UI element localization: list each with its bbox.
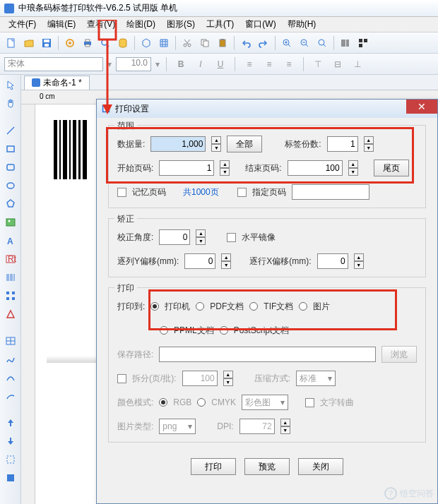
barcode-tool-icon[interactable] xyxy=(337,35,354,52)
qr-tool-icon[interactable] xyxy=(355,35,372,52)
remember-page-checkbox[interactable] xyxy=(117,188,126,197)
triangle-tool-icon[interactable] xyxy=(3,306,18,322)
image-type-select[interactable]: png xyxy=(159,419,196,434)
align-right-icon[interactable]: ≡ xyxy=(281,56,297,72)
split-spinner[interactable]: ▲▼ xyxy=(223,371,233,386)
open-icon[interactable] xyxy=(20,35,37,52)
copies-input[interactable]: 1 xyxy=(327,136,358,152)
row-x-input[interactable]: 0 xyxy=(317,253,348,269)
size-select[interactable]: 10.0 xyxy=(116,57,151,71)
print-to-image-radio[interactable] xyxy=(299,302,307,311)
menu-help[interactable]: 帮助(H) xyxy=(282,17,322,32)
start-page-spinner[interactable]: ▲▼ xyxy=(220,160,230,176)
data-qty-spinner[interactable]: ▲▼ xyxy=(211,136,221,152)
menu-edit[interactable]: 编辑(E) xyxy=(42,17,81,32)
roundrect-tool-icon[interactable] xyxy=(3,160,18,175)
rect-tool-icon[interactable] xyxy=(3,141,18,157)
save-icon[interactable] xyxy=(38,35,55,52)
cut-icon[interactable] xyxy=(179,35,196,52)
last-page-button[interactable]: 尾页 xyxy=(374,160,409,176)
paste-icon[interactable] xyxy=(214,35,231,52)
outline-icon[interactable] xyxy=(3,452,18,467)
end-page-input[interactable]: 100 xyxy=(288,160,343,176)
compress-select[interactable]: 标准 xyxy=(296,371,336,386)
preview-button[interactable]: 预览 xyxy=(244,458,290,475)
col-y-spinner[interactable]: ▲▼ xyxy=(221,253,231,269)
table-tool-icon[interactable] xyxy=(3,333,18,349)
arrow-down-icon[interactable] xyxy=(3,433,18,449)
col-y-input[interactable]: 0 xyxy=(184,253,215,269)
arrow-up-icon[interactable] xyxy=(3,415,18,431)
preview-icon[interactable] xyxy=(97,35,114,52)
all-button[interactable]: 全部 xyxy=(227,136,262,152)
print-to-ppml-radio[interactable] xyxy=(160,326,168,335)
zoom-fit-icon[interactable] xyxy=(314,35,331,52)
image-tool-icon[interactable] xyxy=(3,215,18,230)
dialog-titlebar[interactable]: 打印设置 ✕ xyxy=(97,100,437,118)
undo-icon[interactable] xyxy=(237,35,254,52)
split-checkbox[interactable] xyxy=(117,374,126,383)
split-input[interactable]: 100 xyxy=(182,371,218,386)
print-to-tif-radio[interactable] xyxy=(249,302,258,311)
save-path-input[interactable] xyxy=(159,347,376,362)
settings-icon[interactable] xyxy=(61,35,78,52)
text-tool-icon[interactable]: A xyxy=(3,233,18,248)
curve-tool-icon[interactable] xyxy=(3,352,18,367)
italic-icon[interactable]: I xyxy=(193,56,208,72)
dpi-spinner[interactable]: ▲▼ xyxy=(280,419,290,434)
bezier-tool-icon[interactable] xyxy=(3,370,18,385)
ellipse-tool-icon[interactable] xyxy=(3,178,18,193)
menu-view[interactable]: 查看(V) xyxy=(81,17,121,32)
line-tool-icon[interactable] xyxy=(3,123,18,138)
specify-page-input[interactable] xyxy=(292,184,369,200)
valign-top-icon[interactable]: ⊤ xyxy=(310,56,326,72)
print-to-pdf-radio[interactable] xyxy=(196,302,204,311)
underline-icon[interactable]: U xyxy=(213,56,228,72)
grid-icon[interactable] xyxy=(155,35,172,52)
document-tab[interactable]: 未命名-1 * xyxy=(24,76,90,90)
data-qty-input[interactable]: 1,000 xyxy=(150,136,206,152)
new-icon[interactable] xyxy=(3,35,20,52)
print-to-printer-radio[interactable] xyxy=(150,302,159,311)
mirror-checkbox[interactable] xyxy=(227,233,236,242)
color-type-select[interactable]: 彩色图 xyxy=(242,395,288,410)
dpi-input[interactable]: 72 xyxy=(239,419,275,434)
row-x-spinner[interactable]: ▲▼ xyxy=(354,253,364,269)
print-to-ps-radio[interactable] xyxy=(220,326,228,335)
specify-page-checkbox[interactable] xyxy=(237,188,247,197)
copy-icon[interactable] xyxy=(196,35,213,52)
fill-icon[interactable] xyxy=(3,470,18,486)
barcode-side-icon[interactable] xyxy=(3,270,18,285)
print-button[interactable]: 打印 xyxy=(191,458,236,475)
close-button[interactable]: ✕ xyxy=(406,100,437,114)
browse-button[interactable]: 浏览 xyxy=(381,346,417,363)
pointer-tool-icon[interactable] xyxy=(3,78,18,93)
align-left-icon[interactable]: ≡ xyxy=(242,56,257,72)
menu-window[interactable]: 窗口(W) xyxy=(239,17,281,32)
cube-icon[interactable] xyxy=(138,35,155,52)
menu-draw[interactable]: 绘图(D) xyxy=(121,17,161,32)
database-icon[interactable] xyxy=(114,35,131,52)
angle-spinner[interactable]: ▲▼ xyxy=(196,229,206,245)
bold-icon[interactable]: B xyxy=(173,56,189,72)
richtext-tool-icon[interactable]: Rt xyxy=(3,251,18,267)
redo-icon[interactable] xyxy=(255,35,272,52)
start-page-input[interactable]: 1 xyxy=(159,160,214,176)
print-icon[interactable] xyxy=(79,35,96,52)
font-select[interactable]: 宋体 xyxy=(4,57,103,71)
valign-bot-icon[interactable]: ⊥ xyxy=(350,56,365,72)
copies-spinner[interactable]: ▲▼ xyxy=(364,136,374,152)
menu-tools[interactable]: 工具(T) xyxy=(201,17,239,32)
align-center-icon[interactable]: ≡ xyxy=(261,56,277,72)
color-cmyk-radio[interactable] xyxy=(197,398,206,407)
arc-tool-icon[interactable] xyxy=(3,388,18,404)
qr-side-icon[interactable] xyxy=(3,288,18,304)
zoom-out-icon[interactable] xyxy=(296,35,313,52)
close-dialog-button[interactable]: 关闭 xyxy=(298,458,343,475)
text-curve-checkbox[interactable] xyxy=(305,398,314,407)
angle-input[interactable]: 0 xyxy=(159,229,190,245)
menu-shape[interactable]: 图形(S) xyxy=(161,17,201,32)
valign-mid-icon[interactable]: ⊟ xyxy=(330,56,345,72)
zoom-in-icon[interactable] xyxy=(278,35,295,52)
hand-tool-icon[interactable] xyxy=(3,96,18,112)
